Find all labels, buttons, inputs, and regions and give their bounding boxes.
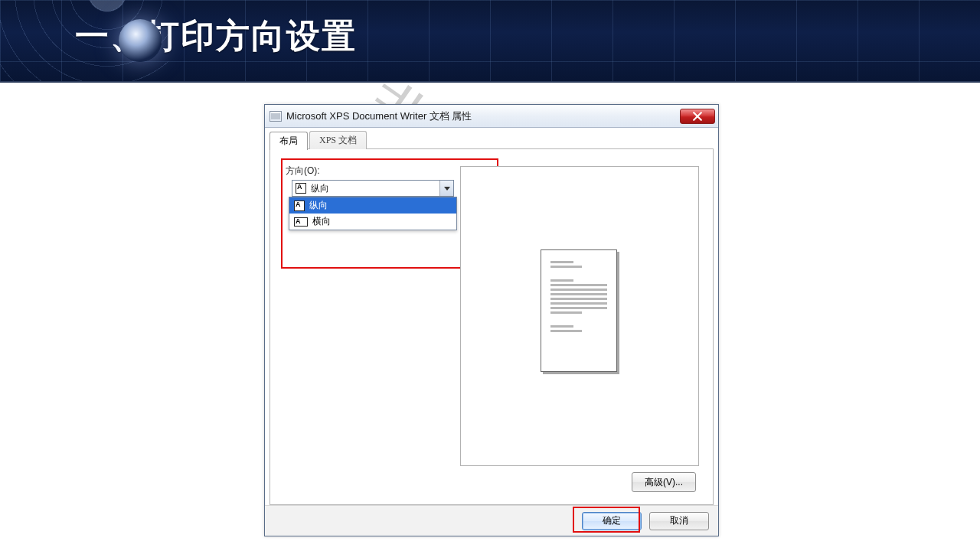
- tab-layout[interactable]: 布局: [270, 132, 308, 150]
- advanced-button[interactable]: 高级(V)...: [632, 472, 696, 492]
- advanced-button-label: 高级(V)...: [645, 476, 683, 489]
- landscape-icon: [294, 217, 308, 227]
- printer-icon: [270, 111, 282, 122]
- dialog-footer: 确定 取消: [265, 505, 718, 536]
- cancel-button[interactable]: 取消: [649, 512, 709, 530]
- page-preview-thumbnail: [541, 249, 617, 372]
- option-label: 纵向: [309, 199, 328, 212]
- ok-button[interactable]: 确定: [582, 512, 642, 530]
- close-button[interactable]: [680, 109, 715, 124]
- orientation-value: 纵向: [311, 182, 439, 195]
- portrait-icon: [296, 183, 306, 194]
- chevron-down-icon: [444, 187, 450, 191]
- layout-tab-panel: 方向(O): 纵向 纵向 横向: [270, 148, 714, 505]
- orientation-option-portrait[interactable]: 纵向: [289, 197, 456, 214]
- tab-xps-label: XPS 文档: [319, 134, 357, 147]
- combobox-dropdown-button[interactable]: [439, 181, 453, 196]
- option-label: 横向: [312, 215, 331, 228]
- dialog-title: Microsoft XPS Document Writer 文档 属性: [286, 109, 472, 123]
- page-preview-pane: [460, 166, 699, 466]
- tab-strip: 布局 XPS 文档: [270, 129, 714, 149]
- dialog-titlebar: Microsoft XPS Document Writer 文档 属性: [265, 105, 718, 128]
- orientation-label: 方向(O):: [286, 165, 320, 178]
- portrait-icon: [294, 201, 305, 211]
- print-properties-dialog: Microsoft XPS Document Writer 文档 属性 布局 X…: [264, 104, 719, 536]
- orientation-option-landscape[interactable]: 横向: [289, 214, 456, 230]
- slide-title: 一、打印方向设置: [75, 14, 357, 59]
- cancel-button-label: 取消: [670, 514, 688, 527]
- orientation-combobox[interactable]: 纵向: [292, 180, 454, 197]
- close-icon: [693, 112, 702, 121]
- orientation-dropdown-list: 纵向 横向: [289, 197, 457, 230]
- slide-banner: 一、打印方向设置: [0, 0, 980, 83]
- tab-xps-document[interactable]: XPS 文档: [309, 131, 367, 149]
- ok-button-label: 确定: [603, 514, 621, 527]
- dialog-client-area: 布局 XPS 文档 方向(O): 纵向 纵向: [265, 128, 718, 536]
- tab-layout-label: 布局: [279, 135, 298, 148]
